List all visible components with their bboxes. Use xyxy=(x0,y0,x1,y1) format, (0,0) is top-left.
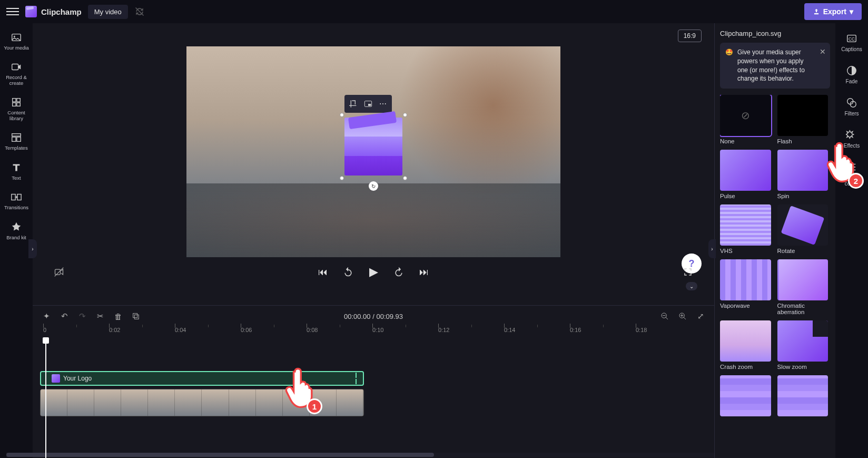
delete-button[interactable]: 🗑 xyxy=(113,311,123,321)
effect-label: Rotate xyxy=(777,248,828,254)
effect-none[interactable]: ⊘None xyxy=(720,95,771,144)
brand[interactable]: Clipchamp xyxy=(25,6,82,17)
sidebar-item-your-media[interactable]: Your media xyxy=(2,27,31,55)
rotate-handle[interactable]: ↻ xyxy=(369,181,378,191)
hamburger-menu[interactable] xyxy=(6,5,19,18)
effect-label: Spin xyxy=(777,193,828,199)
magic-button[interactable]: ✦ xyxy=(41,311,52,321)
zoom-out-button[interactable] xyxy=(659,311,670,321)
selected-overlay-element[interactable]: ⋯ ↻ xyxy=(342,115,405,178)
effect-item[interactable] xyxy=(777,375,828,418)
crop-button[interactable] xyxy=(347,97,360,111)
fade-icon xyxy=(846,65,857,76)
video-canvas[interactable]: ⋯ ↻ xyxy=(186,46,560,257)
effect-spin[interactable]: Spin xyxy=(777,150,828,199)
detach-audio-button[interactable] xyxy=(52,265,66,279)
playhead[interactable] xyxy=(45,340,46,458)
svg-rect-5 xyxy=(17,99,20,102)
effect-thumb xyxy=(720,375,771,416)
effects-icon xyxy=(846,129,857,141)
ruler-tick: 0:02 xyxy=(109,327,120,333)
chevron-down-icon: ▾ xyxy=(850,7,853,16)
sidebar-item-effects[interactable]: Effects xyxy=(837,124,866,154)
sidebar-item-text[interactable]: Text xyxy=(2,158,31,185)
fullscreen-button[interactable] xyxy=(680,265,695,279)
time-display: 00:00.00 / 00:09.93 xyxy=(344,313,403,320)
skip-forward-button[interactable]: ⏭ xyxy=(417,265,431,279)
ruler-tick: 0:04 xyxy=(175,327,186,333)
scene-foliage xyxy=(186,183,560,257)
sidebar-item-record-create[interactable]: Record & create xyxy=(2,57,31,90)
timeline-ruler[interactable]: 00:020:040:060:080:100:120:140:160:18 xyxy=(39,327,714,340)
sidebar-item-adjust-colors[interactable]: Adjust colors xyxy=(837,156,866,192)
clip-thumb-icon xyxy=(52,374,60,383)
video-name-input[interactable]: My video xyxy=(88,5,128,19)
effect-vaporwave[interactable]: Vaporwave xyxy=(720,259,771,315)
svg-rect-18 xyxy=(134,315,139,319)
more-button[interactable]: ⋯ xyxy=(376,97,390,111)
zoom-in-button[interactable] xyxy=(677,311,688,321)
effect-slow-zoom[interactable]: Slow zoom xyxy=(777,320,828,370)
resize-handle-tr[interactable] xyxy=(403,113,407,117)
effect-label: Flash xyxy=(777,138,828,144)
effect-label: None xyxy=(720,138,771,144)
timeline-tracks[interactable]: Your Logo 1 xyxy=(39,340,714,458)
sidebar-item-filters[interactable]: Filters xyxy=(837,92,866,122)
ruler-tick: 0:06 xyxy=(241,327,252,333)
text-icon xyxy=(11,162,22,173)
effect-thumb xyxy=(777,95,828,136)
redo-button[interactable]: ↷ xyxy=(77,311,87,321)
duplicate-button[interactable] xyxy=(131,311,141,321)
effect-flash[interactable]: Flash xyxy=(777,95,828,144)
skip-back-button[interactable]: ⏮ xyxy=(315,265,330,279)
sidebar-item-transitions[interactable]: Transitions xyxy=(2,187,31,215)
playback-bar: ⏮ ▶ ⏭ xyxy=(41,257,706,287)
fit-button[interactable]: ⤢ xyxy=(695,311,706,321)
rewind-button[interactable] xyxy=(341,265,356,279)
sidebar-item-captions[interactable]: CC Captions xyxy=(837,27,866,57)
effect-rotate[interactable]: Rotate xyxy=(777,204,828,254)
video-clip[interactable] xyxy=(40,389,364,416)
center-column: 16:9 ⋯ ↻ xyxy=(33,23,714,458)
library-icon xyxy=(11,96,22,108)
split-button[interactable]: ✂ xyxy=(95,311,105,321)
effect-chromatic-aberration[interactable]: Chromatic aberration xyxy=(777,259,828,315)
sync-off-icon[interactable] xyxy=(134,6,145,17)
scrollbar-thumb[interactable] xyxy=(6,453,434,457)
effect-thumb xyxy=(720,320,771,362)
forward-button[interactable] xyxy=(391,265,406,279)
effect-pulse[interactable]: Pulse xyxy=(720,150,771,199)
captions-icon: CC xyxy=(846,33,857,44)
effects-grid: ⊘NoneFlashPulseSpinVHSRotateVaporwaveChr… xyxy=(720,95,830,418)
effect-thumb xyxy=(777,150,828,191)
aspect-ratio-button[interactable]: 16:9 xyxy=(678,30,702,42)
effect-item[interactable] xyxy=(720,375,771,418)
effect-label: Slow zoom xyxy=(777,364,828,370)
tip-close-button[interactable]: ✕ xyxy=(820,47,826,57)
clip-grip-right[interactable] xyxy=(356,373,359,384)
export-button[interactable]: Export ▾ xyxy=(804,3,862,20)
clip-label: Your Logo xyxy=(63,375,92,382)
effect-vhs[interactable]: VHS xyxy=(720,204,771,254)
overlay-clip[interactable]: Your Logo xyxy=(40,371,364,386)
sidebar-item-brand-kit[interactable]: Brand kit xyxy=(2,217,31,245)
undo-button[interactable]: ↶ xyxy=(59,311,70,321)
adjust-icon xyxy=(846,161,857,173)
right-sidebar: CC Captions Fade Filters Effects Adjust … xyxy=(835,23,868,458)
effect-crash-zoom[interactable]: Crash zoom xyxy=(720,320,771,370)
pip-button[interactable] xyxy=(361,97,375,111)
svg-text:CC: CC xyxy=(849,37,855,42)
effect-thumb xyxy=(777,320,828,362)
resize-handle-tl[interactable] xyxy=(340,113,344,117)
play-button[interactable]: ▶ xyxy=(366,265,381,279)
collapse-panel-button[interactable]: › xyxy=(708,239,716,258)
panel-title: Clipchamp_icon.svg xyxy=(720,30,830,37)
sidebar-item-fade[interactable]: Fade xyxy=(837,60,866,90)
svg-rect-6 xyxy=(13,103,16,106)
effect-label: Crash zoom xyxy=(720,364,771,370)
resize-handle-br[interactable] xyxy=(403,176,407,180)
sidebar-item-templates[interactable]: Templates xyxy=(2,128,31,155)
resize-handle-bl[interactable] xyxy=(340,176,344,180)
sidebar-item-content-library[interactable]: Content library xyxy=(2,92,31,125)
effect-thumb xyxy=(720,204,771,246)
